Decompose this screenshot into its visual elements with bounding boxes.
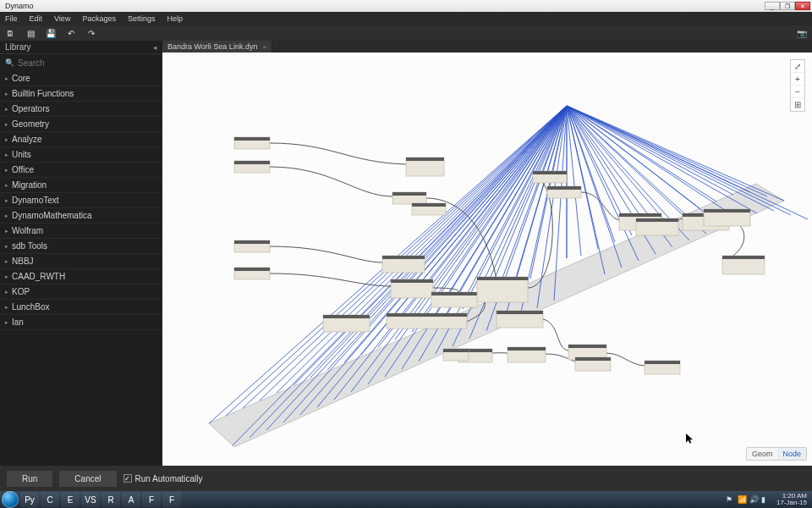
taskbar-app[interactable]: R <box>102 492 120 507</box>
menu-edit[interactable]: Edit <box>30 14 43 23</box>
library-item[interactable]: ▸Analyze <box>0 132 162 147</box>
library-item-label: Core <box>12 74 30 83</box>
svg-rect-121 <box>443 349 469 352</box>
library-item[interactable]: ▸sdb Tools <box>0 239 162 254</box>
chevron-right-icon: ▸ <box>5 121 12 128</box>
collapse-sidebar-icon[interactable]: ◂ <box>153 43 157 52</box>
cancel-button[interactable]: Cancel <box>59 471 116 487</box>
zoom-in-button[interactable]: + <box>791 73 804 86</box>
new-file-icon[interactable]: 🗎 <box>5 28 15 38</box>
chevron-right-icon: ▸ <box>5 167 12 174</box>
library-item[interactable]: ▸Ian <box>0 315 162 330</box>
library-item-label: sdb Tools <box>12 241 47 251</box>
taskbar-app[interactable]: Py <box>20 492 39 507</box>
taskbar-app[interactable]: VS <box>81 492 100 507</box>
library-item-label: Ian <box>12 318 24 327</box>
main-area: Library ◂ 🔍 Search ▸Core▸Builtin Functio… <box>0 41 812 466</box>
library-item-label: Geometry <box>12 119 49 129</box>
svg-rect-87 <box>431 292 478 295</box>
menu-help[interactable]: Help <box>167 14 183 23</box>
library-search[interactable]: 🔍 Search <box>0 54 162 71</box>
redo-icon[interactable]: ↷ <box>86 28 96 38</box>
svg-rect-81 <box>234 268 270 271</box>
taskbar-app[interactable]: F <box>142 492 161 507</box>
svg-rect-83 <box>382 256 425 259</box>
library-item[interactable]: ▸NBBJ <box>0 254 162 269</box>
svg-rect-97 <box>533 171 567 174</box>
library-item[interactable]: ▸Office <box>0 163 162 178</box>
menu-settings[interactable]: Settings <box>128 14 156 23</box>
library-item[interactable]: ▸Units <box>0 147 162 163</box>
node-canvas[interactable]: ⤢ + − ⊞ Geom Node <box>162 52 812 466</box>
taskbar-app[interactable]: F <box>162 492 181 507</box>
chevron-right-icon: ▸ <box>5 243 12 250</box>
toggle-node[interactable]: Node <box>777 448 806 460</box>
run-button[interactable]: Run <box>7 471 52 487</box>
maximize-button[interactable]: ❐ <box>780 2 795 10</box>
save-file-icon[interactable]: 💾 <box>46 28 56 38</box>
menu-view[interactable]: View <box>54 14 70 23</box>
tray-battery-icon[interactable]: ▮ <box>761 495 770 504</box>
zoom-extents-button[interactable]: ⤢ <box>791 60 804 73</box>
library-item-label: Migration <box>12 180 47 190</box>
library-item[interactable]: ▸Migration <box>0 178 162 193</box>
library-item[interactable]: ▸Operators <box>0 102 162 117</box>
run-auto-toggle[interactable]: ✓ Run Automatically <box>123 474 203 483</box>
svg-line-65 <box>567 106 784 201</box>
search-placeholder: Search <box>18 58 45 68</box>
svg-rect-95 <box>497 311 543 314</box>
close-button[interactable]: ✕ <box>795 2 810 10</box>
library-item-label: Wolfram <box>12 226 43 235</box>
tray-volume-icon[interactable]: 🔊 <box>749 495 758 504</box>
library-item-label: Analyze <box>12 135 42 144</box>
svg-rect-71 <box>234 161 270 164</box>
library-item[interactable]: ▸Builtin Functions <box>0 86 162 102</box>
svg-rect-109 <box>636 218 678 222</box>
library-item[interactable]: ▸KOP <box>0 284 162 300</box>
minimize-button[interactable]: _ <box>765 2 780 10</box>
taskbar-clock[interactable]: 1:20 AM 17-Jan-15 <box>773 493 810 506</box>
library-item[interactable]: ▸Core <box>0 71 162 86</box>
system-tray: ⚑ 📶 🔊 ▮ 1:20 AM 17-Jan-15 <box>726 493 810 506</box>
library-item[interactable]: ▸CAAD_RWTH <box>0 269 162 284</box>
view-controls: ⤢ + − ⊞ <box>790 59 805 112</box>
library-item-label: Operators <box>12 104 49 113</box>
toggle-geom[interactable]: Geom <box>747 448 778 460</box>
view-toggle[interactable]: Geom Node <box>746 447 807 461</box>
library-item[interactable]: ▸LunchBox <box>0 300 162 315</box>
menu-file[interactable]: File <box>5 14 18 23</box>
chevron-right-icon: ▸ <box>5 304 12 311</box>
search-icon: 🔍 <box>5 58 14 67</box>
chevron-right-icon: ▸ <box>5 289 12 295</box>
svg-rect-69 <box>234 137 270 141</box>
svg-line-64 <box>567 106 791 215</box>
run-auto-label: Run Automatically <box>135 474 203 483</box>
library-item[interactable]: ▸Geometry <box>0 117 162 132</box>
close-tab-icon[interactable]: × <box>262 43 266 51</box>
library-list: ▸Core▸Builtin Functions▸Operators▸Geomet… <box>0 71 162 466</box>
taskbar-app[interactable]: C <box>41 492 59 507</box>
library-item[interactable]: ▸DynamoMathematica <box>0 208 162 224</box>
svg-line-59 <box>567 106 733 195</box>
tray-network-icon[interactable]: 📶 <box>738 495 746 504</box>
tray-flag-icon[interactable]: ⚑ <box>726 495 734 504</box>
library-item[interactable]: ▸DynamoText <box>0 193 162 208</box>
zoom-out-button[interactable]: − <box>791 86 804 98</box>
taskbar-app[interactable]: A <box>122 492 140 507</box>
svg-rect-93 <box>477 277 528 280</box>
open-file-icon[interactable]: ▤ <box>25 28 36 38</box>
document-tab[interactable]: Bandra Worli Sea Link.dyn × <box>162 41 272 52</box>
taskbar-app[interactable]: E <box>61 492 80 507</box>
window-title: Dynamo <box>2 2 765 10</box>
screenshot-icon[interactable]: 📷 <box>797 28 807 38</box>
menu-packages[interactable]: Packages <box>82 14 116 23</box>
canvas-area: Bandra Worli Sea Link.dyn × ⤢ + − ⊞ Geom… <box>162 41 812 466</box>
svg-rect-79 <box>234 240 270 244</box>
library-item[interactable]: ▸Wolfram <box>0 224 162 239</box>
document-filename: Bandra Worli Sea Link.dyn <box>167 42 257 51</box>
svg-line-58 <box>567 106 740 220</box>
fit-view-button[interactable]: ⊞ <box>791 98 804 111</box>
undo-icon[interactable]: ↶ <box>66 28 76 38</box>
start-button[interactable] <box>2 491 19 508</box>
checkbox-icon: ✓ <box>123 474 132 483</box>
